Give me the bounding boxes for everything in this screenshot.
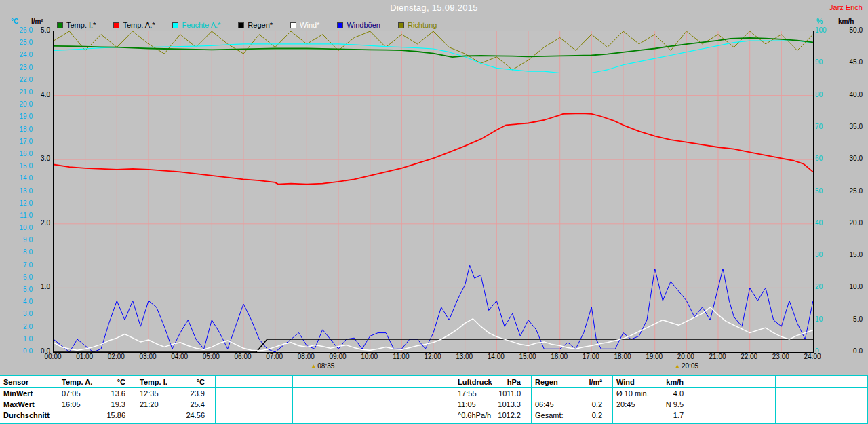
column-header-luftdruck-label: Luftdruck (458, 378, 492, 386)
column-header-empty-9 (776, 377, 867, 388)
axis-title-wind: km/h (838, 18, 854, 25)
legend-label: Wind* (300, 21, 319, 29)
temp-axis-tick: 10.0 (7, 225, 33, 231)
wind-axis-tick: 35.0 (838, 123, 863, 130)
temp-axis-tick: 18.0 (7, 126, 33, 133)
time-axis-tick: 21:00 (706, 353, 729, 360)
time-axis-tick: 24:00 (801, 353, 824, 360)
legend-item-richtung: Richtung (398, 21, 437, 29)
cell-empty-3-minwert (293, 388, 370, 399)
time-axis-tick: 08:00 (294, 353, 317, 360)
legend-color-swatch (113, 22, 119, 28)
cell-wind-durchschnitt-value: 1.7 (673, 411, 690, 419)
humidity-axis-tick: 40 (815, 220, 833, 227)
column-header-luftdruck-value: hPa (507, 378, 528, 386)
cell-temp-i-durchschnitt: 24.56 (136, 410, 215, 421)
temp-axis-tick: 23.0 (7, 64, 33, 71)
temp-axis-tick: 1.0 (7, 336, 33, 343)
wind-axis-tick: 20.0 (838, 220, 863, 227)
cell-empty-8-maxwert (694, 399, 775, 410)
humidity-axis-tick: 20 (815, 284, 833, 290)
temp-axis-tick: 12.0 (7, 200, 33, 207)
humidity-axis-tick: 80 (815, 92, 833, 98)
column-header-wind-label: Wind (616, 378, 635, 386)
humidity-axis-tick: 90 (815, 59, 833, 66)
table-column-empty-2 (216, 376, 293, 423)
legend-item-wind: Wind* (290, 21, 319, 29)
column-header-luftdruck: LuftdruckhPa (454, 377, 531, 388)
time-axis-tick: 16:00 (548, 353, 571, 360)
time-axis-tick: 23:00 (769, 353, 792, 360)
time-axis-tick: 03:00 (136, 353, 159, 360)
legend-item-windb-en: Windböen (337, 21, 380, 29)
temp-axis-tick: 26.0 (7, 27, 33, 34)
cell-luftdruck-durchschnitt: ^0.6hPa/h1012.2 (454, 410, 531, 421)
column-header-regen-value: l/m² (589, 378, 609, 386)
cell-temp-i-minwert-label: 12:35 (140, 389, 159, 398)
cell-empty-3-maxwert (293, 399, 370, 410)
cell-empty-9-durchschnitt (776, 410, 867, 421)
temp-axis-tick: 4.0 (7, 298, 33, 305)
wind-axis-tick: 0.0 (838, 348, 863, 355)
cell-temp-a-minwert: 07:0513.6 (58, 388, 136, 399)
column-header-empty-4 (370, 377, 454, 388)
time-axis-tick: 01:00 (73, 353, 96, 360)
wind-axis-tick: 40.0 (838, 92, 863, 98)
row-label-sensor: Sensor (0, 377, 58, 388)
cell-regen-maxwert: 06:450.2 (532, 399, 612, 410)
wind-axis-tick: 15.0 (838, 252, 863, 258)
temp-axis-tick: 16.0 (7, 151, 33, 157)
column-header-temp-a-label: Temp. A. (62, 378, 92, 386)
marker-icon: ▲ (675, 364, 680, 369)
table-column-temp-i: Temp. I.°C12:3523.921:2025.424.56 (136, 376, 216, 423)
marker-icon: ▲ (311, 364, 316, 369)
column-header-empty-8 (694, 377, 775, 388)
column-header-empty-3 (293, 377, 370, 388)
cell-luftdruck-minwert-value: 1011.0 (498, 389, 528, 398)
cell-wind-minwert-value: 4.0 (673, 389, 690, 398)
temp-axis-tick: 0.0 (7, 348, 33, 355)
time-axis-tick: 07:00 (263, 353, 286, 360)
axis-title-temp-c: °C (11, 18, 18, 25)
legend-label: Windböen (347, 21, 380, 29)
row-label-durchschnitt: Durchschnitt (0, 410, 58, 421)
weather-station-window: Dienstag, 15.09.2015 Jarz Erich °C l/m² … (0, 0, 868, 424)
legend-color-swatch (337, 22, 343, 28)
cell-temp-i-durchschnitt-value: 24.56 (186, 411, 212, 419)
wind-axis-tick: 25.0 (838, 188, 863, 195)
time-axis-tick: 17:00 (579, 353, 602, 360)
summary-table: SensorMinWertMaxWertDurchschnittTemp. A.… (0, 375, 868, 424)
cell-empty-2-durchschnitt (216, 410, 292, 421)
time-axis-tick: 10:00 (358, 353, 381, 360)
column-header-empty-2 (216, 377, 292, 388)
marker-time-label: 20:05 (682, 362, 698, 370)
cell-wind-maxwert: 20:45N 9.5 (613, 399, 694, 410)
temp-axis-tick: 9.0 (7, 237, 33, 244)
wind-axis-tick: 50.0 (838, 27, 863, 34)
cell-regen-maxwert-value: 0.2 (592, 400, 609, 408)
table-column-empty-3 (293, 376, 370, 423)
row-label-minwert: MinWert (0, 388, 58, 399)
cell-regen-durchschnitt: Gesamt:0.2 (532, 410, 612, 421)
table-row-label-column: SensorMinWertMaxWertDurchschnitt (0, 376, 58, 423)
temp-axis-tick: 20.0 (7, 101, 33, 108)
temp-axis-tick: 5.0 (7, 286, 33, 293)
legend-label: Richtung (408, 21, 437, 29)
time-axis-tick: 00:00 (41, 353, 64, 360)
row-label-maxwert: MaxWert (0, 399, 58, 410)
temp-axis-tick: 3.0 (7, 311, 33, 317)
cell-empty-9-maxwert (776, 399, 867, 410)
temp-axis-tick: 7.0 (7, 262, 33, 269)
time-axis-tick: 13:00 (453, 353, 476, 360)
time-axis-tick: 15:00 (516, 353, 539, 360)
cell-temp-a-maxwert: 16:0519.3 (58, 399, 136, 410)
temp-axis-tick: 24.0 (7, 52, 33, 58)
rain-axis-tick: 4.0 (35, 92, 50, 98)
legend-color-swatch (172, 22, 178, 28)
wind-axis-tick: 5.0 (838, 316, 863, 323)
chart-plot-area[interactable] (53, 31, 814, 353)
time-axis-tick: 06:00 (231, 353, 254, 360)
cell-luftdruck-maxwert-label: 11:05 (458, 400, 476, 408)
time-marker-20-05: ▲20:05 (675, 362, 698, 370)
cell-temp-i-minwert: 12:3523.9 (136, 388, 215, 399)
